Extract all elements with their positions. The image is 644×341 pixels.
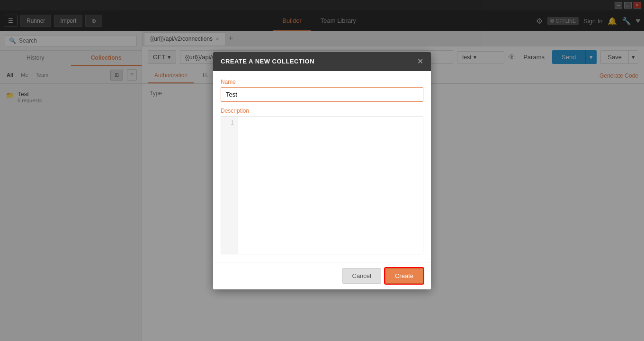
name-field-label: Name xyxy=(221,79,423,85)
create-collection-modal: CREATE A NEW COLLECTION ✕ Name Descripti… xyxy=(213,52,431,289)
description-editor: 1 xyxy=(221,116,423,254)
description-field-label: Description xyxy=(221,108,423,114)
modal-header: CREATE A NEW COLLECTION ✕ xyxy=(213,52,431,71)
create-button[interactable]: Create xyxy=(385,268,423,284)
collection-name-input[interactable] xyxy=(221,87,423,102)
description-textarea[interactable] xyxy=(238,117,423,254)
line-number: 1 xyxy=(221,117,238,254)
modal-footer: Cancel Create xyxy=(213,262,431,289)
modal-body: Name Description 1 xyxy=(213,71,431,262)
modal-title: CREATE A NEW COLLECTION xyxy=(221,58,314,65)
modal-overlay: CREATE A NEW COLLECTION ✕ Name Descripti… xyxy=(0,0,644,341)
modal-close-button[interactable]: ✕ xyxy=(417,58,423,65)
cancel-button[interactable]: Cancel xyxy=(342,268,381,284)
